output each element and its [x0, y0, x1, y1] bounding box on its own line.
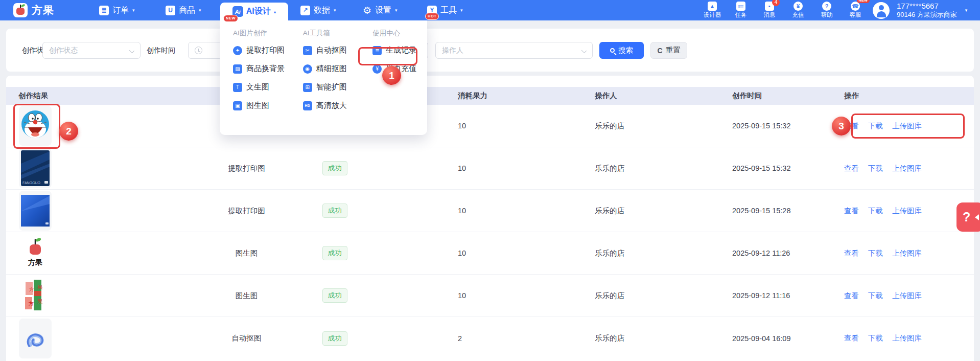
- floating-help-button[interactable]: ?: [956, 202, 980, 232]
- menu-item-extract-print[interactable]: ✦ 提取打印图: [233, 46, 288, 55]
- view-link[interactable]: 查看: [844, 207, 859, 215]
- view-link[interactable]: 查看: [844, 334, 859, 342]
- menu-item-text-to-image[interactable]: T 文生图: [233, 82, 288, 92]
- nav-item-goods[interactable]: U 商品 ▾: [166, 0, 201, 20]
- creation-type: 图生图: [236, 249, 258, 257]
- menu-item-label: 生成记录: [386, 46, 416, 55]
- thumbnail-blue-swirl[interactable]: [19, 319, 52, 358]
- recharge-button[interactable]: ¥ 充值: [787, 2, 809, 19]
- status-badge: 成功: [322, 246, 347, 260]
- menu-item-hd-upscale[interactable]: HD 高清放大: [303, 101, 358, 110]
- creation-time: 2025-09-12 11:26: [732, 249, 790, 257]
- view-link[interactable]: 查看: [844, 122, 859, 130]
- hd-upscale-icon: HD: [303, 101, 312, 110]
- nav-item-label: 商品: [179, 5, 195, 16]
- view-link[interactable]: 查看: [844, 249, 859, 257]
- power-cost: 10: [458, 249, 466, 257]
- thumbnail-fangguo-logo[interactable]: 方果: [19, 233, 52, 273]
- svg-text:方: 方: [29, 301, 34, 306]
- power-cost: 10: [458, 291, 466, 300]
- download-link[interactable]: 下载: [868, 164, 883, 172]
- new-badge: NEW: [223, 15, 238, 22]
- help-button[interactable]: ? 帮助: [815, 2, 838, 19]
- thumbnail-blue-gradient[interactable]: [19, 191, 52, 231]
- upload-gallery-link[interactable]: 上传图库: [892, 334, 922, 342]
- table-row: 10 乐乐的店 2025-09-15 15:32 查看 下载 上传图库 2 3: [6, 105, 974, 147]
- nav-item-settings[interactable]: ⚙ 设置 ▾: [363, 0, 398, 20]
- brand-logo-icon: [13, 3, 28, 17]
- header-result: 创作结果: [6, 91, 209, 101]
- recharge-icon: ¥: [794, 2, 803, 11]
- download-link[interactable]: 下载: [868, 291, 883, 300]
- menu-item-image-to-image[interactable]: ▣ 图生图: [233, 101, 288, 110]
- customer-service-button[interactable]: ☎ 客服 NEW: [844, 2, 867, 19]
- gear-icon: ⚙: [363, 6, 371, 15]
- view-link[interactable]: 查看: [844, 291, 859, 300]
- goods-icon: U: [166, 6, 175, 15]
- view-link[interactable]: 查看: [844, 164, 859, 172]
- svg-text:方果: 方果: [28, 258, 42, 266]
- quick-label: 充值: [792, 11, 804, 19]
- thumbnail-red-banner[interactable]: 方 果 方 果: [19, 276, 52, 315]
- thumbnail-doraemon[interactable]: [19, 106, 52, 146]
- power-cost: 2: [458, 334, 462, 343]
- brand-name: 方果: [32, 3, 54, 17]
- nav-item-data[interactable]: ↗ 数据 ▾: [300, 0, 336, 20]
- guoli-recharge-icon: ¥: [372, 64, 382, 74]
- upload-gallery-link[interactable]: 上传图库: [892, 291, 922, 300]
- nav-item-orders[interactable]: ≣ 订单 ▾: [99, 0, 135, 20]
- designer-button[interactable]: ▲ 设计器: [701, 2, 724, 19]
- messages-button[interactable]: ▪ 消息 4: [758, 2, 781, 19]
- upload-gallery-link[interactable]: 上传图库: [892, 207, 922, 215]
- generation-records-icon: ≣: [372, 46, 382, 55]
- user-info[interactable]: 177****5667 90146 方果演示商家: [897, 2, 957, 19]
- menu-item-auto-cutout[interactable]: ✂ 自动抠图: [303, 46, 358, 55]
- svg-text:果: 果: [37, 284, 43, 290]
- top-nav: 方果 ≣ 订单 ▾ U 商品 ▾ Ai AI设计 ▴ NEW ↗ 数据 ▾ ⚙ …: [0, 0, 980, 20]
- nav-item-tools[interactable]: Y 工具 ▾ HOT: [427, 0, 463, 20]
- status-filter-select[interactable]: 创作状态: [42, 42, 141, 59]
- menu-item-product-background[interactable]: ▨ 商品换背景: [233, 64, 288, 74]
- upload-gallery-link[interactable]: 上传图库: [892, 164, 922, 172]
- extract-print-icon: ✦: [233, 46, 242, 55]
- creation-time: 2025-09-15 15:32: [732, 164, 791, 172]
- menu-item-label: 商品换背景: [246, 64, 285, 74]
- brand-logo[interactable]: 方果: [13, 0, 54, 20]
- upload-gallery-link[interactable]: 上传图库: [892, 122, 922, 130]
- reset-button[interactable]: C 重置: [650, 42, 687, 59]
- download-link[interactable]: 下载: [868, 334, 883, 342]
- menu-item-smart-expand[interactable]: ⊞ 智能扩图: [303, 82, 358, 92]
- quick-label: 消息: [764, 11, 776, 19]
- nav-item-label: 数据: [314, 5, 330, 16]
- tasks-button[interactable]: ≔ 任务: [730, 2, 752, 19]
- avatar[interactable]: [873, 2, 890, 19]
- status-badge: 成功: [322, 288, 347, 303]
- search-button[interactable]: 搜索: [599, 42, 644, 59]
- menu-item-generation-records[interactable]: ≣ 生成记录: [372, 46, 427, 55]
- operator-filter-select[interactable]: 操作人: [435, 42, 593, 59]
- svg-text:方: 方: [29, 286, 34, 292]
- operator-name: 乐乐的店: [595, 207, 624, 215]
- menu-item-label: 文生图: [246, 82, 269, 92]
- menu-item-label: 精细抠图: [316, 64, 347, 74]
- download-link[interactable]: 下载: [868, 249, 883, 257]
- status-badge: 成功: [322, 331, 347, 346]
- quick-label: 任务: [735, 11, 747, 19]
- thumbnail-fangguo-dark[interactable]: FANGGUO: [19, 148, 52, 188]
- chevron-down-icon: [581, 48, 587, 53]
- filter-bar: 创作状态 创作状态 创作时间 操作人 搜索 C 重置: [6, 29, 974, 72]
- download-link[interactable]: 下载: [868, 122, 883, 130]
- data-icon: ↗: [300, 6, 310, 15]
- menu-item-label: 智能扩图: [316, 82, 347, 92]
- upload-gallery-link[interactable]: 上传图库: [892, 249, 922, 257]
- menu-item-fine-cutout[interactable]: ◉ 精细抠图: [303, 64, 358, 74]
- menu-item-guoli-recharge[interactable]: ¥ 果力充值: [372, 64, 427, 74]
- nav-item-ai-design-active[interactable]: Ai AI设计 ▴ NEW: [220, 3, 288, 20]
- menu-item-label: 高清放大: [316, 101, 347, 110]
- header-time: 创作时间: [726, 91, 838, 101]
- download-link[interactable]: 下载: [868, 207, 883, 215]
- app-root: 方果 ≣ 订单 ▾ U 商品 ▾ Ai AI设计 ▴ NEW ↗ 数据 ▾ ⚙ …: [0, 0, 980, 361]
- quick-label: 设计器: [704, 11, 721, 19]
- svg-text:果: 果: [37, 299, 43, 304]
- nav-item-label: 订单: [112, 5, 129, 16]
